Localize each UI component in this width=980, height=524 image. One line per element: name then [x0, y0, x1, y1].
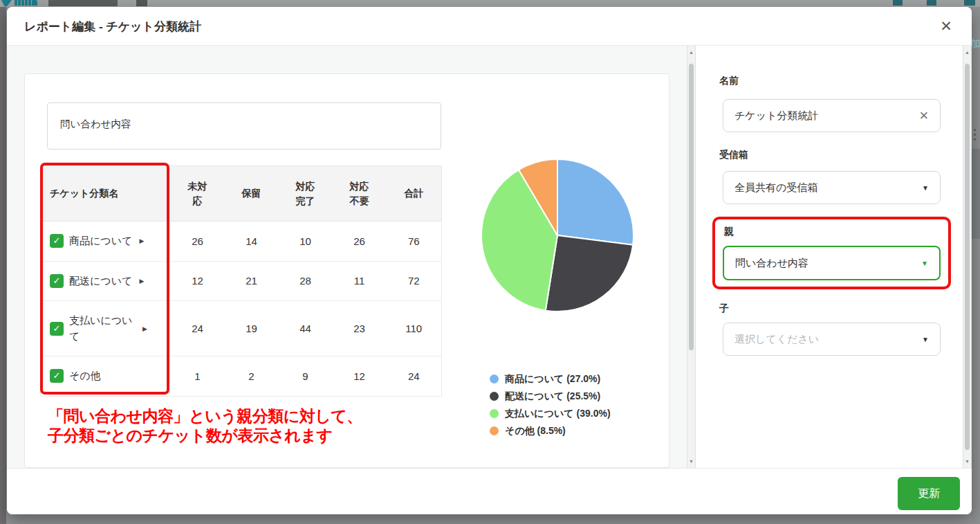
pie-slice[interactable] [546, 235, 633, 311]
chevron-down-icon: ▼ [922, 184, 929, 192]
backdrop-icon-hint [893, 0, 903, 6]
count-cell: 28 [279, 261, 333, 301]
legend-item[interactable]: 商品について (27.0%) [490, 370, 611, 388]
expand-arrow-icon[interactable]: ▶ [139, 278, 144, 284]
legend-dot-icon [490, 409, 499, 418]
inbox-value: 全員共有の受信箱 [734, 181, 922, 195]
parent-label: 親 [724, 226, 734, 238]
column-header: 対応完了 [279, 166, 333, 222]
annotation-text: 「問い合わせ内容」という親分類に対して、 子分類ごとのチケット数が表示されます [48, 406, 362, 445]
table-row: ✓その他1291224 [41, 356, 442, 397]
annotation-line-2: 子分類ごとのチケット数が表示されます [48, 426, 362, 445]
count-cell: 76 [387, 222, 442, 262]
close-icon[interactable]: ✕ [936, 16, 956, 37]
child-label: 子 [719, 302, 729, 315]
backdrop-icon-hint [927, 0, 936, 6]
scroll-down-icon[interactable]: ▼ [687, 459, 695, 464]
category-label: その他 [69, 368, 101, 384]
modal-title: レポート編集 - チケット分類統計 [24, 19, 201, 35]
update-button[interactable]: 更新 [898, 477, 960, 510]
legend-dot-icon [490, 426, 499, 435]
category-checkbox[interactable]: ✓ [50, 369, 64, 383]
chart-preview-area: 問い合わせ内容 チケット分類名未対応保留対応完了対応不要合計 ✓商品について▶2… [7, 46, 687, 468]
category-checkbox[interactable]: ✓ [50, 274, 64, 288]
count-cell: 26 [171, 222, 225, 262]
count-cell: 44 [279, 301, 333, 356]
scroll-up-icon[interactable]: ▲ [963, 50, 971, 55]
main-scrollbar-thumb[interactable] [689, 64, 694, 350]
sidebar-scrollbar[interactable]: ▲ ▼ [963, 46, 972, 468]
backdrop-left-edge [0, 7, 6, 524]
legend-item[interactable]: その他 (8.5%) [490, 422, 611, 440]
sidebar-scrollbar-thumb[interactable] [965, 64, 970, 450]
count-cell: 72 [387, 261, 442, 301]
clear-name-icon[interactable]: ✕ [919, 109, 929, 123]
scroll-up-icon[interactable]: ▲ [687, 50, 695, 55]
backdrop-icon-hint [964, 0, 975, 6]
main-scrollbar[interactable]: ▲ ▼ [687, 46, 696, 468]
backdrop-title-hint [48, 0, 118, 6]
scroll-down-icon[interactable]: ▼ [963, 459, 971, 464]
count-cell: 9 [279, 356, 333, 397]
count-cell: 12 [171, 261, 225, 301]
legend-dot-icon [490, 374, 499, 383]
name-label: 名前 [719, 75, 739, 87]
modal-footer: 更新 [7, 468, 972, 514]
child-select[interactable]: 選択してください ▼ [723, 323, 941, 356]
annotation-line-1: 「問い合わせ内容」という親分類に対して、 [48, 406, 362, 426]
count-cell: 21 [225, 261, 279, 301]
count-cell: 12 [333, 356, 387, 397]
report-title-field[interactable]: 問い合わせ内容 [47, 102, 441, 150]
category-label: 商品について [69, 233, 132, 249]
name-field[interactable]: チケット分類統計 ✕ [723, 99, 941, 132]
category-label: 配送について [69, 273, 132, 289]
legend-label: 配送について (25.5%) [505, 390, 600, 403]
parent-select[interactable]: 問い合わせ内容 ▼ [723, 246, 941, 280]
legend-item[interactable]: 支払いについて (39.0%) [490, 405, 611, 422]
backdrop-app-topbar [0, 0, 980, 7]
backdrop-icon-hint [136, 0, 147, 6]
backdrop-right-edge: 加 [972, 7, 980, 524]
expand-arrow-icon[interactable]: ▶ [142, 325, 147, 332]
column-header: チケット分類名 [41, 166, 171, 222]
expand-arrow-icon[interactable]: ▶ [139, 237, 144, 244]
report-preview-card: 問い合わせ内容 チケット分類名未対応保留対応完了対応不要合計 ✓商品について▶2… [24, 73, 669, 468]
count-cell: 10 [279, 222, 333, 262]
count-cell: 23 [333, 301, 387, 356]
count-cell: 1 [171, 356, 225, 397]
parent-value: 問い合わせ内容 [735, 257, 921, 270]
name-value: チケット分類統計 [734, 109, 919, 123]
legend-dot-icon [490, 392, 499, 401]
legend-label: その他 (8.5%) [505, 425, 566, 437]
pie-slice[interactable] [557, 159, 634, 245]
category-checkbox[interactable]: ✓ [50, 322, 64, 336]
category-table-head: チケット分類名未対応保留対応完了対応不要合計 [41, 166, 442, 222]
column-header: 未対応 [171, 166, 225, 222]
column-header: 保留 [225, 166, 279, 222]
category-checkbox[interactable]: ✓ [50, 234, 64, 248]
table-row: ✓配送について▶1221281172 [41, 261, 442, 301]
count-cell: 19 [225, 301, 279, 356]
count-cell: 2 [225, 356, 279, 397]
count-cell: 14 [225, 222, 279, 262]
backdrop-partial-text: 加 [972, 37, 980, 51]
inbox-label: 受信箱 [719, 149, 748, 161]
report-edit-modal: レポート編集 - チケット分類統計 ✕ 問い合わせ内容 チケット分類名未対応保留… [7, 7, 972, 514]
legend-label: 商品について (27.0%) [505, 373, 600, 386]
legend-label: 支払いについて (39.0%) [505, 408, 611, 420]
inbox-select[interactable]: 全員共有の受信箱 ▼ [723, 171, 941, 204]
modal-header: レポート編集 - チケット分類統計 ✕ [7, 7, 972, 46]
count-cell: 24 [387, 356, 442, 397]
settings-sidebar: 名前 チケット分類統計 ✕ 受信箱 全員共有の受信箱 ▼ 親 問い合わせ内容 ▼… [696, 46, 963, 468]
legend-item[interactable]: 配送について (25.5%) [490, 388, 611, 405]
count-cell: 11 [333, 261, 387, 301]
category-table-body: ✓商品について▶2614102676✓配送について▶1221281172✓支払い… [41, 222, 442, 397]
chevron-down-icon: ▼ [922, 336, 929, 343]
table-row: ✓支払いについて▶24194423110 [41, 301, 442, 356]
chart-legend: 商品について (27.0%)配送について (25.5%)支払いについて (39.… [490, 370, 611, 440]
app-logo-icon [1, 0, 12, 6]
child-placeholder: 選択してください [734, 333, 922, 346]
table-row: ✓商品について▶2614102676 [41, 222, 442, 262]
count-cell: 26 [333, 222, 387, 262]
pie-chart[interactable] [479, 156, 636, 314]
